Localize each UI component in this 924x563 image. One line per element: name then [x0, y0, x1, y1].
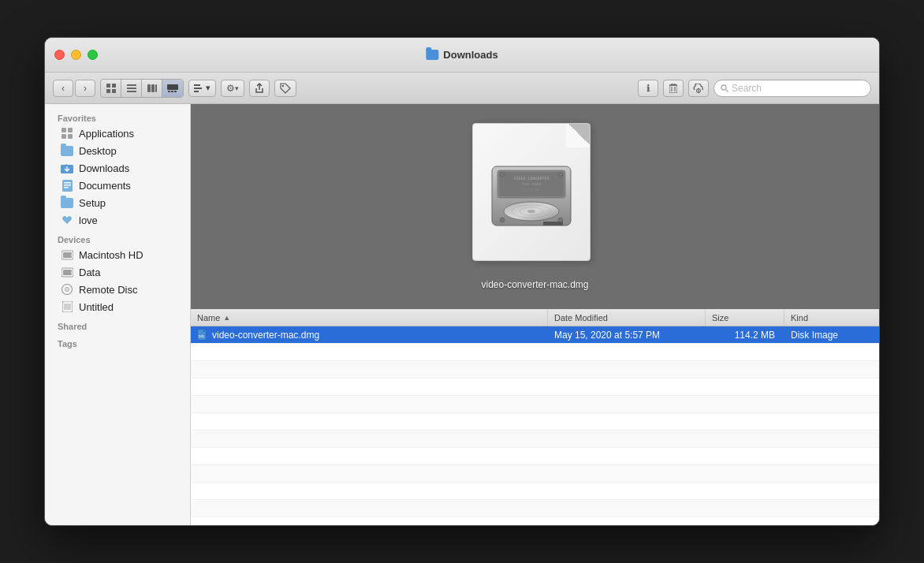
remote-disc-label: Remote Disc [79, 284, 137, 296]
setup-icon [61, 196, 73, 209]
dmg-inner: VIDEO CONVERTER DISK IMAGE 114.2 MB [473, 124, 590, 260]
minimize-button[interactable] [71, 50, 81, 60]
sidebar-item-setup[interactable]: Setup [48, 194, 187, 211]
untitled-label: Untitled [79, 301, 114, 313]
trash-icon [669, 84, 677, 93]
info-button[interactable]: ℹ [638, 80, 658, 97]
col-size-label: Size [712, 313, 728, 323]
forward-button[interactable]: › [75, 80, 95, 97]
cell-date: May 15, 2020 at 5:57 PM [548, 326, 706, 343]
svg-point-38 [70, 254, 72, 255]
svg-line-25 [726, 90, 728, 92]
documents-icon [61, 179, 73, 192]
svg-rect-18 [669, 85, 677, 93]
arrange-button[interactable]: ▾ [188, 80, 216, 97]
back-icon: ‹ [61, 83, 65, 94]
col-header-kind[interactable]: Kind [784, 309, 879, 326]
svg-text:114.2 MB: 114.2 MB [523, 188, 539, 192]
svg-rect-46 [64, 304, 71, 310]
action-arrow-icon: ▾ [235, 84, 239, 92]
applications-icon [61, 127, 73, 140]
empty-row [191, 448, 879, 465]
svg-rect-13 [174, 91, 177, 92]
view-icon-button[interactable] [101, 80, 121, 97]
sidebar-item-data[interactable]: Data [48, 263, 187, 281]
sidebar-item-untitled[interactable]: Untitled [48, 298, 187, 315]
action-button[interactable]: ⚙ ▾ [221, 80, 244, 97]
tag-button[interactable] [274, 80, 296, 97]
gear-icon: ⚙ [226, 83, 235, 94]
favorites-section: Favorites Applications [45, 110, 190, 229]
col-header-name[interactable]: Name ▲ [191, 309, 548, 326]
sidebar-item-desktop[interactable]: Desktop [48, 142, 187, 159]
desktop-icon [61, 144, 73, 157]
view-columns-button[interactable] [142, 80, 162, 97]
desktop-label: Desktop [79, 145, 117, 157]
sidebar-item-remote-disc[interactable]: Remote Disc [48, 281, 187, 298]
delete-button[interactable] [663, 80, 684, 97]
view-buttons [100, 79, 184, 98]
airdrop-button[interactable] [688, 80, 709, 97]
search-placeholder: Search [732, 83, 762, 94]
empty-row [191, 465, 879, 483]
applications-label: Applications [79, 128, 134, 140]
row-filename: video-converter-mac.dmg [212, 330, 319, 341]
list-header: Name ▲ Date Modified Size Kind [191, 309, 879, 326]
svg-rect-28 [61, 134, 66, 139]
share-icon [255, 83, 264, 94]
forward-icon: › [84, 83, 87, 94]
empty-row [191, 413, 879, 431]
svg-rect-8 [151, 84, 155, 92]
sidebar-item-documents[interactable]: Documents [48, 177, 187, 194]
finder-window: Downloads ‹ › [44, 37, 880, 526]
arrange-icon [194, 84, 203, 93]
airdrop-icon [693, 84, 704, 93]
svg-rect-31 [61, 165, 66, 167]
back-button[interactable]: ‹ [53, 80, 73, 97]
svg-point-17 [282, 84, 284, 86]
share-button[interactable] [249, 80, 270, 97]
empty-row [191, 344, 879, 361]
svg-rect-10 [167, 84, 178, 90]
svg-text:DMG: DMG [199, 334, 205, 338]
window-title-area: Downloads [426, 49, 497, 61]
sidebar-item-downloads[interactable]: Downloads [48, 159, 187, 177]
sidebar-item-applications[interactable]: Applications [48, 125, 187, 142]
empty-row [191, 500, 879, 517]
tags-label: Tags [45, 336, 190, 350]
close-button[interactable] [54, 50, 65, 60]
svg-point-57 [500, 172, 505, 177]
svg-rect-9 [155, 84, 157, 92]
table-row[interactable]: DMG video-converter-mac.dmg May 15, 2020… [191, 326, 879, 344]
svg-rect-1 [112, 84, 116, 88]
tag-icon [280, 83, 291, 94]
content-area: VIDEO CONVERTER DISK IMAGE 114.2 MB [191, 104, 879, 525]
col-header-size[interactable]: Size [706, 309, 784, 326]
preview-pane: VIDEO CONVERTER DISK IMAGE 114.2 MB [191, 104, 879, 309]
hdd-svg: VIDEO CONVERTER DISK IMAGE 114.2 MB [488, 155, 575, 241]
svg-rect-6 [127, 91, 136, 92]
view-list-button[interactable] [121, 80, 142, 97]
search-box[interactable]: Search [713, 80, 871, 97]
svg-rect-27 [68, 128, 73, 132]
svg-point-59 [500, 218, 505, 222]
col-date-label: Date Modified [554, 313, 608, 323]
col-header-date[interactable]: Date Modified [548, 309, 706, 326]
search-icon [721, 84, 728, 92]
svg-rect-26 [61, 128, 66, 132]
info-icon: ℹ [646, 83, 650, 94]
sidebar-item-macintosh-hd[interactable]: Macintosh HD [48, 246, 187, 263]
file-preview-label: video-converter-mac.dmg [481, 279, 588, 290]
main-area: Favorites Applications [45, 104, 879, 525]
sort-arrow-icon: ▲ [223, 314, 230, 322]
dmg-paper: VIDEO CONVERTER DISK IMAGE 114.2 MB [472, 123, 591, 261]
maximize-button[interactable] [88, 50, 98, 60]
view-gallery-button[interactable] [162, 80, 183, 97]
svg-rect-14 [194, 84, 200, 86]
svg-rect-29 [68, 134, 73, 139]
svg-rect-7 [147, 84, 151, 92]
file-icon-container: VIDEO CONVERTER DISK IMAGE 114.2 MB [472, 123, 598, 290]
sidebar-item-love[interactable]: love [48, 211, 187, 229]
svg-point-44 [66, 289, 68, 290]
untitled-icon [61, 300, 73, 313]
